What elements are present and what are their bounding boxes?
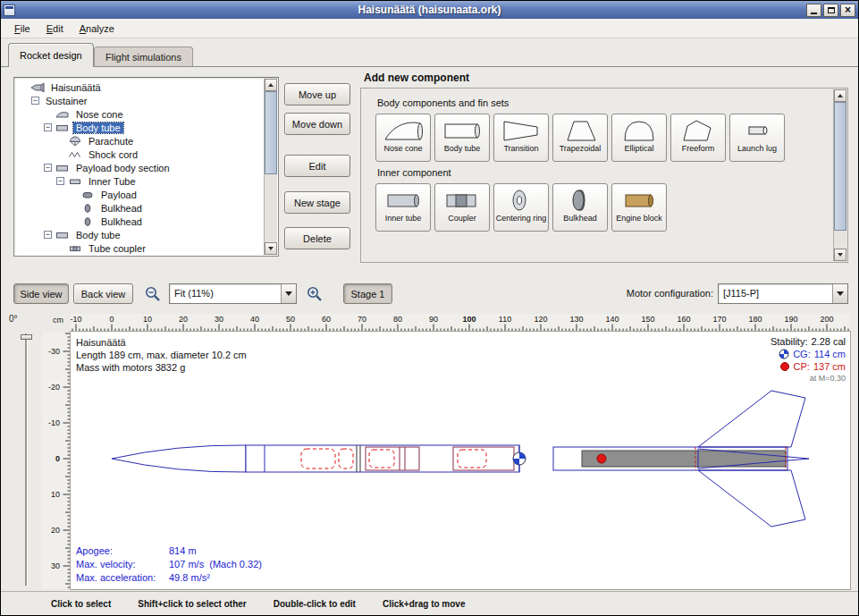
scroll-up-button[interactable]	[265, 79, 277, 91]
scroll-down-button[interactable]	[265, 242, 277, 255]
zoom-out-icon	[144, 285, 161, 302]
rotation-slider-handle[interactable]	[21, 334, 32, 340]
motor-configuration-select[interactable]: [J115-P]	[718, 283, 848, 304]
innertube-icon	[383, 186, 423, 214]
apogee-value: 814 m	[169, 544, 262, 558]
maximize-button[interactable]	[823, 4, 838, 17]
tree-item-body-tube[interactable]: −Body tube	[15, 121, 264, 134]
rocket-info: Haisunäätä Length 189 cm, max. diameter …	[76, 336, 247, 374]
motor-outline	[582, 451, 786, 467]
component-button-body-tube[interactable]: Body tube	[434, 114, 490, 162]
menu-edit[interactable]: Edit	[38, 21, 72, 37]
cg-icon	[779, 349, 789, 359]
hint-shift-click: Shift+click to select other	[138, 599, 246, 609]
zoom-out-button[interactable]	[140, 282, 164, 305]
tree-item-parachute[interactable]: Parachute	[15, 134, 264, 148]
component-button-coupler[interactable]: Coupler	[434, 183, 490, 232]
scrollbar-track[interactable]	[265, 91, 277, 242]
chevron-down-icon	[837, 291, 844, 296]
component-button-nose-cone[interactable]: Nose cone	[375, 114, 431, 162]
bulkhead-icon	[80, 203, 96, 214]
component-button-transition[interactable]: Transition	[493, 114, 549, 162]
menu-file[interactable]: File	[6, 21, 38, 37]
svg-text:160: 160	[677, 315, 690, 324]
tab-flight-simulations[interactable]: Flight simulations	[94, 46, 193, 67]
collapse-toggle-icon[interactable]: −	[44, 123, 52, 131]
rocket-canvas[interactable]: Haisunäätä Length 189 cm, max. diameter …	[71, 332, 850, 589]
tree-item-label: Payload body section	[73, 163, 173, 173]
tree-item-shock-cord[interactable]: Shock cord	[15, 148, 264, 161]
fin-lower-outline	[698, 470, 805, 527]
scroll-down-button[interactable]	[834, 249, 846, 261]
ruler-unit-label: cm	[53, 316, 63, 325]
arrow-up-icon	[268, 83, 274, 87]
transition-icon	[501, 116, 541, 144]
tree-item-inner-tube[interactable]: −Inner Tube	[15, 174, 264, 188]
component-button-bulkhead[interactable]: Bulkhead	[552, 183, 608, 232]
rotation-slider[interactable]	[25, 333, 28, 586]
tree-item-payload[interactable]: Payload	[15, 188, 264, 201]
collapse-toggle-icon[interactable]: −	[56, 177, 64, 185]
tree-item-body-tube[interactable]: −Body tube	[15, 228, 264, 241]
svg-text:180: 180	[748, 315, 762, 324]
new-stage-button[interactable]: New stage	[284, 191, 350, 214]
component-button-launch-lug[interactable]: Launch lug	[729, 114, 785, 162]
parachute-icon	[68, 136, 83, 147]
tree-item-bulkhead[interactable]: Bulkhead	[15, 215, 264, 228]
close-button[interactable]: ×	[840, 4, 855, 17]
menu-analyze[interactable]: Analyze	[72, 21, 122, 37]
scrollbar-thumb[interactable]	[834, 102, 846, 231]
component-button-label: Centering ring	[496, 214, 547, 223]
tab-rocket-design[interactable]: Rocket design	[8, 43, 94, 67]
svg-text:30: 30	[215, 315, 223, 324]
svg-text:130: 130	[569, 315, 583, 324]
tree-item-nose-cone[interactable]: Nose cone	[15, 107, 264, 121]
minimize-button[interactable]	[806, 4, 821, 17]
scrollbar-track[interactable]	[834, 102, 846, 249]
move-up-button[interactable]: Move up	[284, 83, 350, 105]
collapse-toggle-icon[interactable]: −	[31, 97, 39, 105]
tree-item-label: Payload	[98, 190, 139, 200]
max-velocity-value: 107 m/s (Mach 0.32)	[169, 558, 262, 571]
tree-item-haisun-t-[interactable]: Haisunäätä	[15, 80, 264, 94]
collapse-toggle-icon[interactable]: −	[44, 164, 52, 172]
svg-text:110: 110	[499, 315, 511, 324]
cp-marker	[597, 454, 606, 463]
component-tree[interactable]: Haisunäätä−SustainerNose cone−Body tubeP…	[13, 77, 279, 257]
zoom-select[interactable]: Fit (11%)	[169, 283, 297, 304]
component-button-centering-ring[interactable]: Centering ring	[493, 183, 549, 232]
palette-scrollbar[interactable]	[833, 89, 846, 261]
component-button-inner-tube[interactable]: Inner tube	[375, 183, 431, 232]
zoom-in-button[interactable]	[302, 282, 325, 305]
window-controls: ×	[806, 4, 855, 17]
component-button-elliptical[interactable]: Elliptical	[611, 114, 667, 162]
svg-text:30: 30	[51, 561, 60, 570]
component-tree-body: Haisunäätä−SustainerNose cone−Body tubeP…	[15, 79, 264, 255]
component-button-freeform[interactable]: Freeform	[670, 114, 726, 162]
component-button-trapezoidal[interactable]: Trapezoidal	[552, 114, 608, 162]
back-view-button[interactable]: Back view	[73, 283, 133, 304]
dropdown-arrow-icon[interactable]	[281, 284, 296, 303]
tree-item-tube-coupler[interactable]: Tube coupler	[15, 241, 264, 255]
tree-item-bulkhead[interactable]: Bulkhead	[15, 201, 264, 215]
scrollbar-thumb[interactable]	[265, 91, 277, 174]
tree-item-label: Body tube	[73, 122, 123, 133]
component-button-engine-block[interactable]: Engine block	[611, 183, 667, 232]
svg-text:10: 10	[143, 315, 152, 324]
scroll-up-button[interactable]	[834, 89, 846, 102]
side-view-button[interactable]: Side view	[13, 283, 69, 304]
window-icon[interactable]	[4, 4, 15, 16]
dropdown-arrow-icon[interactable]	[832, 284, 847, 303]
component-button-label: Elliptical	[624, 144, 653, 153]
stage-1-toggle[interactable]: Stage 1	[343, 283, 392, 304]
left-ruler: -30-20-100102030	[42, 332, 71, 589]
tree-scrollbar[interactable]	[264, 79, 277, 255]
delete-button[interactable]: Delete	[284, 227, 350, 249]
tree-item-payload-body-section[interactable]: −Payload body section	[15, 161, 264, 174]
collapse-toggle-icon[interactable]: −	[44, 231, 52, 239]
tree-item-sustainer[interactable]: −Sustainer	[15, 94, 264, 107]
move-down-button[interactable]: Move down	[284, 113, 350, 135]
nosecone-icon	[55, 109, 71, 120]
tab-strip: Rocket design Flight simulations	[1, 38, 858, 66]
edit-button[interactable]: Edit	[284, 155, 350, 177]
